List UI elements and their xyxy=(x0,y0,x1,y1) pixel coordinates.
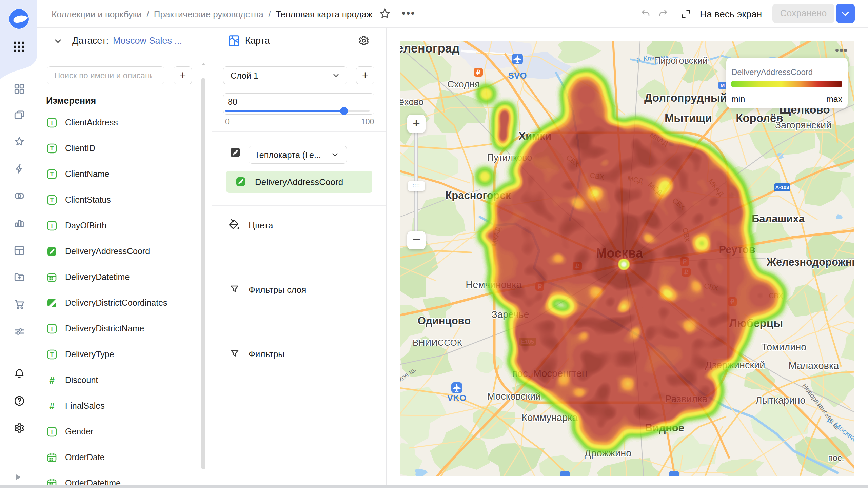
svg-text:ёхово: ёхово xyxy=(400,97,423,107)
svg-text:T: T xyxy=(50,171,54,178)
svg-text:Пироговский: Пироговский xyxy=(654,56,708,66)
svg-text:SVO: SVO xyxy=(508,70,527,81)
svg-text:Томилино: Томилино xyxy=(762,342,807,352)
svg-text:#: # xyxy=(49,375,55,385)
svg-text:Железнодорожны: Железнодорожны xyxy=(766,256,854,268)
svg-text:T: T xyxy=(50,326,54,332)
svg-text:Зеленоград: Зеленоград xyxy=(400,41,460,55)
svg-text:#: # xyxy=(49,401,55,411)
svg-text:T: T xyxy=(50,429,54,435)
svg-text:T: T xyxy=(50,145,54,152)
svg-text:Московский: Московский xyxy=(487,391,541,402)
svg-text:Загорянский: Загорянский xyxy=(775,120,832,130)
svg-text:Дрожжино: Дрожжино xyxy=(585,448,632,459)
svg-text:А-103: А-103 xyxy=(775,184,789,190)
svg-text:₽: ₽ xyxy=(476,69,480,76)
svg-text:T: T xyxy=(50,197,54,203)
svg-text:Одинцово: Одинцово xyxy=(418,315,471,327)
svg-text:Долгопрудный: Долгопрудный xyxy=(644,92,727,104)
svg-text:пос.: пос. xyxy=(828,453,844,463)
svg-text:ВНИИССОК: ВНИИССОК xyxy=(413,338,462,348)
svg-text:T: T xyxy=(50,120,54,126)
svg-text:T: T xyxy=(50,351,54,358)
svg-text:VKO: VKO xyxy=(447,393,466,403)
svg-text:М: М xyxy=(721,82,725,88)
svg-text:Малаховка: Малаховка xyxy=(789,360,840,371)
svg-text:Лыткарино: Лыткарино xyxy=(755,395,805,406)
svg-text:Коммунарка: Коммунарка xyxy=(521,412,578,423)
svg-text:Сходня: Сходня xyxy=(447,79,480,89)
svg-text:T: T xyxy=(50,223,54,229)
svg-text:Мытищи: Мытищи xyxy=(665,112,712,124)
svg-text:Балашиха: Балашиха xyxy=(752,213,805,225)
